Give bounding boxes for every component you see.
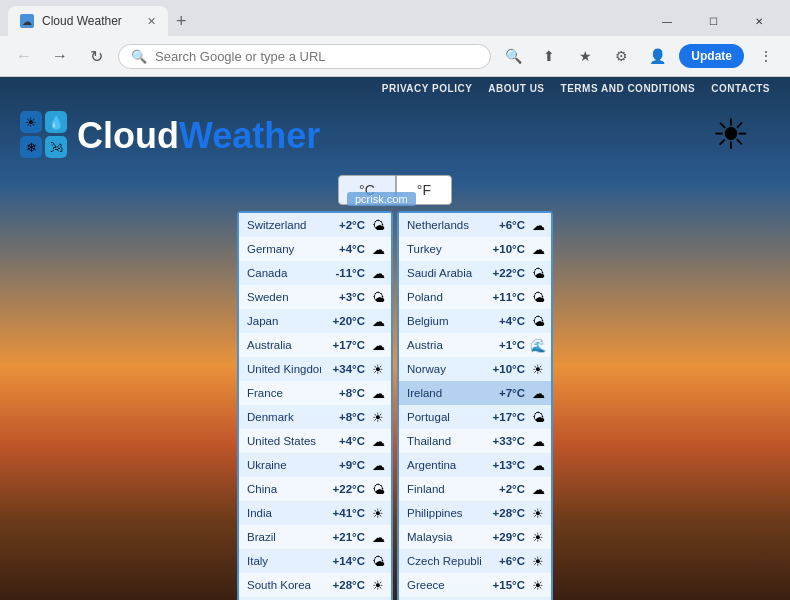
temperature: +28°C <box>481 507 525 519</box>
logo-icon-1: ☀ <box>20 111 42 133</box>
right-weather-row[interactable]: Saudi Arabia+22°C🌤 <box>399 261 551 285</box>
country-name: United Kingdom <box>239 363 321 375</box>
minimize-button[interactable]: — <box>644 6 690 36</box>
right-weather-row[interactable]: Greece+15°C☀ <box>399 573 551 597</box>
weather-icon: ☁ <box>525 218 551 233</box>
country-name: Ukraine <box>239 459 321 471</box>
left-weather-row[interactable]: United Kingdom+34°C☀ <box>239 357 391 381</box>
right-weather-row[interactable]: Ireland+7°C☁ <box>399 381 551 405</box>
nav-about[interactable]: ABOUT US <box>488 83 544 94</box>
nav-contacts[interactable]: CONTACTS <box>711 83 770 94</box>
maximize-button[interactable]: ☐ <box>690 6 736 36</box>
right-weather-row[interactable]: Argentina+13°C☁ <box>399 453 551 477</box>
country-name: Czech Republic <box>399 555 481 567</box>
right-weather-row[interactable]: Turkey+10°C☁ <box>399 237 551 261</box>
right-weather-row[interactable]: Philippines+28°C☀ <box>399 501 551 525</box>
temperature: +8°C <box>321 411 365 423</box>
left-weather-row[interactable]: France+8°C☁ <box>239 381 391 405</box>
address-bar[interactable]: 🔍 <box>118 44 491 69</box>
bookmark-icon[interactable]: 🔍 <box>499 42 527 70</box>
share-icon[interactable]: ⬆ <box>535 42 563 70</box>
right-weather-row[interactable]: Belgium+4°C🌤 <box>399 309 551 333</box>
nav-privacy[interactable]: PRIVACY POLICY <box>382 83 473 94</box>
logo-icon-3: ❄ <box>20 136 42 158</box>
left-weather-row[interactable]: Ukraine+9°C☁ <box>239 453 391 477</box>
temperature: +4°C <box>321 243 365 255</box>
right-weather-row[interactable]: Norway+10°C☀ <box>399 357 551 381</box>
country-name: Italy <box>239 555 321 567</box>
weather-icon: ☁ <box>365 530 391 545</box>
logo-icons: ☀ 💧 ❄ 🌬 <box>20 111 67 158</box>
weather-tables: Switzerland+2°C🌤Germany+4°C☁Canada-11°C☁… <box>0 211 790 600</box>
tab-favicon: ☁ <box>20 14 34 28</box>
temperature: +2°C <box>321 219 365 231</box>
weather-icon: ☁ <box>525 482 551 497</box>
right-weather-row[interactable]: Poland+11°C🌤 <box>399 285 551 309</box>
country-name: Canada <box>239 267 321 279</box>
address-input[interactable] <box>155 49 478 64</box>
update-button[interactable]: Update <box>679 44 744 68</box>
menu-icon[interactable]: ⋮ <box>752 42 780 70</box>
weather-icon: 🌤 <box>525 266 551 281</box>
profile-icon[interactable]: 👤 <box>643 42 671 70</box>
left-weather-row[interactable]: Canada-11°C☁ <box>239 261 391 285</box>
country-name: India <box>239 507 321 519</box>
weather-icon: ☀ <box>365 506 391 521</box>
extensions-icon[interactable]: ⚙ <box>607 42 635 70</box>
temperature: +28°C <box>321 579 365 591</box>
left-weather-row[interactable]: South Korea+28°C☀ <box>239 573 391 597</box>
left-weather-row[interactable]: Sweden+3°C🌤 <box>239 285 391 309</box>
weather-icon: ☁ <box>365 458 391 473</box>
left-weather-row[interactable]: Brazil+21°C☁ <box>239 525 391 549</box>
left-weather-row[interactable]: Australia+17°C☁ <box>239 333 391 357</box>
country-name: Belgium <box>399 315 481 327</box>
left-weather-row[interactable]: Italy+14°C🌤 <box>239 549 391 573</box>
new-tab-button[interactable]: + <box>168 6 195 36</box>
search-icon: 🔍 <box>131 49 147 64</box>
temperature: +17°C <box>321 339 365 351</box>
temperature: +2°C <box>481 483 525 495</box>
temperature: +29°C <box>481 531 525 543</box>
right-weather-row[interactable]: Czech Republic+6°C☀ <box>399 549 551 573</box>
weather-icon: 🌤 <box>365 554 391 569</box>
right-weather-row[interactable]: Portugal+17°C🌤 <box>399 405 551 429</box>
country-name: Ireland <box>399 387 481 399</box>
site-title: CloudWeather <box>77 115 320 156</box>
weather-icon: ☁ <box>525 434 551 449</box>
country-name: Switzerland <box>239 219 321 231</box>
temperature: +34°C <box>321 363 365 375</box>
weather-icon: ☀ <box>525 578 551 593</box>
country-name: Finland <box>399 483 481 495</box>
right-weather-row[interactable]: Thailand+33°C☁ <box>399 429 551 453</box>
weather-icon: 🌤 <box>365 290 391 305</box>
back-button[interactable]: ← <box>10 42 38 70</box>
reload-button[interactable]: ↻ <box>82 42 110 70</box>
left-weather-column: Switzerland+2°C🌤Germany+4°C☁Canada-11°C☁… <box>237 211 393 600</box>
temperature: +15°C <box>481 579 525 591</box>
tab-close-button[interactable]: ✕ <box>147 15 156 28</box>
right-weather-row[interactable]: Malaysia+29°C☀ <box>399 525 551 549</box>
close-button[interactable]: ✕ <box>736 6 782 36</box>
country-name: France <box>239 387 321 399</box>
right-weather-row[interactable]: Netherlands+6°C☁ <box>399 213 551 237</box>
left-weather-row[interactable]: Denmark+8°C☀ <box>239 405 391 429</box>
right-weather-row[interactable]: Finland+2°C☁ <box>399 477 551 501</box>
left-weather-row[interactable]: United States+4°C☁ <box>239 429 391 453</box>
left-weather-row[interactable]: Japan+20°C☁ <box>239 309 391 333</box>
country-name: Austria <box>399 339 481 351</box>
left-weather-row[interactable]: China+22°C🌤 <box>239 477 391 501</box>
country-name: Greece <box>399 579 481 591</box>
left-weather-row[interactable]: India+41°C☀ <box>239 501 391 525</box>
nav-terms[interactable]: TERMS AND CONDITIONS <box>561 83 696 94</box>
country-name: Philippines <box>399 507 481 519</box>
weather-icon: ☀ <box>525 362 551 377</box>
temperature: +22°C <box>481 267 525 279</box>
star-icon[interactable]: ★ <box>571 42 599 70</box>
temperature: +4°C <box>481 315 525 327</box>
left-weather-row[interactable]: Switzerland+2°C🌤 <box>239 213 391 237</box>
right-weather-row[interactable]: Austria+1°C🌊 <box>399 333 551 357</box>
country-name: Japan <box>239 315 321 327</box>
forward-button[interactable]: → <box>46 42 74 70</box>
browser-tab[interactable]: ☁ Cloud Weather ✕ <box>8 6 168 36</box>
left-weather-row[interactable]: Germany+4°C☁ <box>239 237 391 261</box>
